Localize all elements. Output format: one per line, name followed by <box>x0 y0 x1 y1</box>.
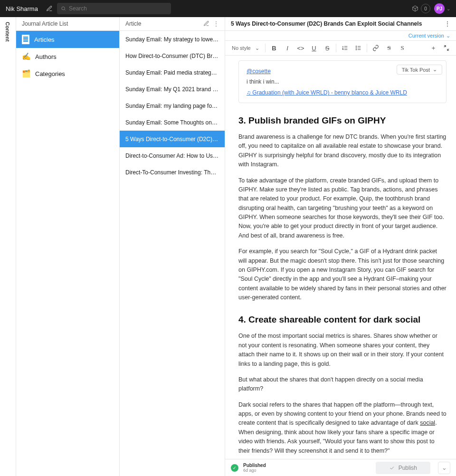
article-list-row[interactable]: Sunday Email: My strategy to lower CAC … <box>120 31 225 48</box>
notification-badge[interactable]: 0 <box>421 4 430 13</box>
paragraph: One of the most important social metrics… <box>238 332 446 369</box>
article-list-row[interactable]: Sunday Email: My Q1 2021 brand strateg… <box>120 81 225 97</box>
inline-link[interactable]: social <box>420 419 435 426</box>
article-list-title: Sunday Email: my landing page formula (… <box>125 103 219 109</box>
avatar[interactable]: PJ <box>434 3 445 14</box>
paragraph: Dark social refers to the shares that ha… <box>238 400 446 456</box>
article-list-header: Article ⋮ <box>120 17 225 31</box>
article-list-panel: Article ⋮ Sunday Email: My strategy to l… <box>120 17 225 476</box>
paragraph: But what about the shares that don't hap… <box>238 375 446 394</box>
sidebar-nav: Journal Article List Articles✍️Authors🗂️… <box>16 17 120 476</box>
article-list-row[interactable]: Direct-To-Consumer Investing: The Thre… <box>120 164 225 181</box>
content-rail-label[interactable]: Content <box>5 19 10 42</box>
sidebar-item-categories[interactable]: 🗂️Categories <box>16 65 119 82</box>
emoji-icon: 🗂️ <box>22 69 30 78</box>
tiktok-caption: i think i win... <box>247 78 438 85</box>
unordered-list-button[interactable] <box>352 42 364 54</box>
sidebar-item-authors[interactable]: ✍️Authors <box>16 48 119 65</box>
ordered-list-button[interactable] <box>339 42 351 54</box>
sidebar-header: Journal Article List <box>16 17 119 31</box>
compose-icon[interactable] <box>44 3 55 14</box>
emoji-icon: ✍️ <box>22 52 30 61</box>
bold-button[interactable]: B <box>268 42 280 54</box>
article-title: 5 Ways Direct-to-Consumer (D2C) Brands C… <box>231 20 422 27</box>
strike-button[interactable]: S <box>322 42 333 54</box>
article-list-title: Sunday Email: Some Thoughts on Black … <box>125 119 219 126</box>
paragraph: For example, if you search for "Soul Cyc… <box>238 247 446 302</box>
chevron-down-icon: ⌄ <box>255 45 259 51</box>
tiktok-embed: Tik Tok Post⌄ @cosette i think i win... … <box>238 60 446 103</box>
article-list-title: Sunday Email: My strategy to lower CAC … <box>125 36 219 43</box>
article-body[interactable]: Tik Tok Post⌄ @cosette i think i win... … <box>225 56 456 476</box>
format-button[interactable]: S <box>397 42 408 54</box>
publish-footer: ✓ Published 6d ago Publish ⌄ <box>225 459 456 476</box>
article-list-row[interactable]: 5 Ways Direct-to-Consumer (D2C) Bran… <box>120 131 225 147</box>
underline-button[interactable]: U <box>308 42 320 54</box>
publish-options-button[interactable]: ⌄ <box>438 462 450 474</box>
article-more-icon[interactable]: ⋮ <box>445 20 450 27</box>
embed-type-select[interactable]: Tik Tok Post⌄ <box>397 65 442 75</box>
status-text: Published <box>243 463 266 468</box>
section-heading: 3. Publish branded GIFs on GIPHY <box>238 115 446 126</box>
publish-button[interactable]: Publish <box>376 462 430 474</box>
article-title-bar: 5 Ways Direct-to-Consumer (D2C) Brands C… <box>225 17 456 31</box>
svg-point-0 <box>62 7 65 10</box>
chevron-down-icon: ⌄ <box>446 33 450 39</box>
topbar: Nik Sharma 0 PJ ⌄ <box>0 0 456 17</box>
status-time: 6d ago <box>243 468 266 473</box>
add-block-button[interactable]: ＋ <box>428 42 439 54</box>
cube-icon[interactable] <box>409 3 421 14</box>
search-icon <box>61 6 66 11</box>
article-list-row[interactable]: Sunday Email: Some Thoughts on Black … <box>120 114 225 131</box>
code-button[interactable]: <> <box>295 42 306 54</box>
more-icon[interactable]: ⋮ <box>213 20 219 27</box>
article-list-title: 5 Ways Direct-to-Consumer (D2C) Bran… <box>125 136 219 143</box>
document-icon <box>22 35 29 44</box>
article-list-title: Direct-to-Consumer Ad: How to Use the … <box>125 152 219 159</box>
article-list-title: How Direct-to-Consumer (DTC) Brands … <box>125 53 219 59</box>
sidebar-item-label: Categories <box>35 70 65 77</box>
article-list-title: Sunday Email: Paid media strategy + I'll… <box>125 69 219 76</box>
version-selector[interactable]: Current version ⌄ <box>225 31 456 40</box>
article-detail-panel: 5 Ways Direct-to-Consumer (D2C) Brands C… <box>225 17 456 476</box>
article-list-row[interactable]: Sunday Email: Paid media strategy + I'll… <box>120 64 225 81</box>
article-list-row[interactable]: How Direct-to-Consumer (DTC) Brands … <box>120 48 225 64</box>
sidebar-item-label: Authors <box>35 53 57 60</box>
search-box[interactable] <box>57 3 171 14</box>
style-select[interactable]: No style ⌄ <box>229 43 262 53</box>
svg-point-1 <box>356 46 356 47</box>
publish-icon <box>389 465 395 471</box>
italic-button[interactable]: I <box>282 42 293 54</box>
workspace-title: Nik Sharma <box>6 5 38 12</box>
sidebar-item-label: Articles <box>34 36 55 43</box>
status-icon: ✓ <box>231 464 238 472</box>
paragraph: To take advantage of the platform, creat… <box>238 176 446 241</box>
chevron-down-icon: ⌄ <box>433 67 437 73</box>
link-button[interactable] <box>370 42 381 54</box>
tiktok-handle-link[interactable]: @cosette <box>247 68 271 75</box>
avatar-chevron-icon[interactable]: ⌄ <box>446 6 450 11</box>
edit-icon[interactable] <box>203 20 209 27</box>
article-list-row[interactable]: Sunday Email: my landing page formula (… <box>120 97 225 114</box>
sidebar-item-articles[interactable]: Articles <box>16 31 119 48</box>
svg-point-3 <box>356 49 356 50</box>
collapse-icon[interactable] <box>441 42 452 54</box>
article-list-title: Sunday Email: My Q1 2021 brand strateg… <box>125 86 219 93</box>
version-label: Current version <box>408 33 444 38</box>
svg-point-2 <box>356 48 356 48</box>
article-list-title: Direct-To-Consumer Investing: The Thre… <box>125 169 219 176</box>
article-list-row[interactable]: Direct-to-Consumer Ad: How to Use the … <box>120 147 225 164</box>
paragraph: Brand awareness is a challenge for new D… <box>238 133 446 170</box>
clear-format-button[interactable]: S <box>383 42 395 54</box>
tiktok-song-link[interactable]: ♫ Graduation (with Juice WRLD) - benny b… <box>247 89 407 96</box>
article-list-header-label: Article <box>125 20 141 27</box>
section-heading: 4. Create shareable content for dark soc… <box>238 314 446 325</box>
search-input[interactable] <box>69 5 167 12</box>
editor-toolbar: No style ⌄ B I <> U S S S ＋ <box>225 40 456 56</box>
